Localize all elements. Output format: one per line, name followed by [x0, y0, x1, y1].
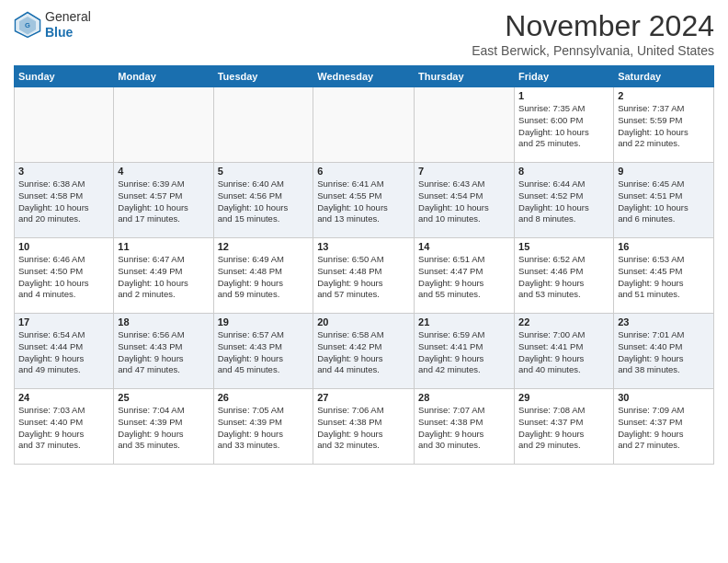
day-info: Sunrise: 7:08 AM Sunset: 4:37 PM Dayligh…: [518, 405, 609, 452]
calendar-cell: 6Sunrise: 6:41 AM Sunset: 4:55 PM Daylig…: [313, 163, 415, 238]
day-info: Sunrise: 7:03 AM Sunset: 4:40 PM Dayligh…: [18, 405, 109, 452]
calendar-cell: [213, 87, 313, 163]
calendar-cell: 22Sunrise: 7:00 AM Sunset: 4:41 PM Dayli…: [515, 314, 614, 389]
day-number: 19: [218, 316, 310, 327]
day-number: 18: [118, 316, 209, 327]
day-info: Sunrise: 7:00 AM Sunset: 4:41 PM Dayligh…: [518, 329, 609, 376]
day-number: 28: [418, 392, 510, 403]
day-info: Sunrise: 6:56 AM Sunset: 4:43 PM Dayligh…: [118, 329, 209, 376]
logo-icon: G: [14, 11, 41, 39]
day-number: 17: [18, 316, 109, 327]
day-info: Sunrise: 6:54 AM Sunset: 4:44 PM Dayligh…: [18, 329, 109, 376]
logo-text: General Blue: [45, 9, 91, 40]
location: East Berwick, Pennsylvania, United State…: [472, 43, 714, 58]
header: G General Blue November 2024 East Berwic…: [14, 9, 714, 58]
day-info: Sunrise: 7:37 AM Sunset: 5:59 PM Dayligh…: [618, 103, 710, 150]
day-info: Sunrise: 6:44 AM Sunset: 4:52 PM Dayligh…: [518, 178, 609, 225]
day-number: 21: [418, 316, 510, 327]
day-info: Sunrise: 7:05 AM Sunset: 4:39 PM Dayligh…: [218, 405, 310, 452]
day-number: 3: [18, 166, 109, 177]
day-header-sunday: Sunday: [15, 66, 114, 87]
calendar-cell: [114, 87, 213, 163]
day-number: 11: [118, 241, 209, 252]
day-number: 15: [518, 241, 609, 252]
calendar-cell: 7Sunrise: 6:43 AM Sunset: 4:54 PM Daylig…: [415, 163, 515, 238]
day-number: 24: [18, 392, 109, 403]
day-header-friday: Friday: [515, 66, 614, 87]
day-number: 26: [218, 392, 310, 403]
day-info: Sunrise: 6:59 AM Sunset: 4:41 PM Dayligh…: [418, 329, 510, 376]
calendar-cell: 12Sunrise: 6:49 AM Sunset: 4:48 PM Dayli…: [213, 238, 313, 314]
svg-text:G: G: [25, 21, 30, 29]
calendar-cell: 8Sunrise: 6:44 AM Sunset: 4:52 PM Daylig…: [515, 163, 614, 238]
page: G General Blue November 2024 East Berwic…: [0, 0, 728, 563]
logo-general: General: [45, 9, 91, 25]
calendar-cell: [313, 87, 415, 163]
calendar-cell: 16Sunrise: 6:53 AM Sunset: 4:45 PM Dayli…: [614, 238, 714, 314]
day-info: Sunrise: 7:04 AM Sunset: 4:39 PM Dayligh…: [118, 405, 209, 452]
day-header-saturday: Saturday: [614, 66, 714, 87]
day-info: Sunrise: 6:51 AM Sunset: 4:47 PM Dayligh…: [418, 254, 510, 301]
calendar-cell: 3Sunrise: 6:38 AM Sunset: 4:58 PM Daylig…: [15, 163, 114, 238]
calendar-week-1: 1Sunrise: 7:35 AM Sunset: 6:00 PM Daylig…: [15, 87, 714, 163]
days-header-row: SundayMondayTuesdayWednesdayThursdayFrid…: [15, 66, 714, 87]
day-info: Sunrise: 6:49 AM Sunset: 4:48 PM Dayligh…: [218, 254, 310, 301]
calendar-week-4: 17Sunrise: 6:54 AM Sunset: 4:44 PM Dayli…: [15, 314, 714, 389]
logo: G General Blue: [14, 9, 91, 40]
day-info: Sunrise: 6:47 AM Sunset: 4:49 PM Dayligh…: [118, 254, 209, 301]
calendar-cell: 11Sunrise: 6:47 AM Sunset: 4:49 PM Dayli…: [114, 238, 213, 314]
day-number: 16: [618, 241, 710, 252]
day-number: 9: [618, 166, 710, 177]
calendar-cell: 2Sunrise: 7:37 AM Sunset: 5:59 PM Daylig…: [614, 87, 714, 163]
day-info: Sunrise: 6:38 AM Sunset: 4:58 PM Dayligh…: [18, 178, 109, 225]
day-number: 6: [317, 166, 410, 177]
day-number: 4: [118, 166, 209, 177]
calendar-week-5: 24Sunrise: 7:03 AM Sunset: 4:40 PM Dayli…: [15, 389, 714, 465]
calendar-cell: 18Sunrise: 6:56 AM Sunset: 4:43 PM Dayli…: [114, 314, 213, 389]
logo-blue: Blue: [45, 25, 91, 40]
day-number: 27: [317, 392, 410, 403]
day-info: Sunrise: 6:52 AM Sunset: 4:46 PM Dayligh…: [518, 254, 609, 301]
day-info: Sunrise: 6:41 AM Sunset: 4:55 PM Dayligh…: [317, 178, 410, 225]
title-block: November 2024 East Berwick, Pennsylvania…: [472, 9, 714, 58]
calendar-cell: 25Sunrise: 7:04 AM Sunset: 4:39 PM Dayli…: [114, 389, 213, 465]
calendar-table: SundayMondayTuesdayWednesdayThursdayFrid…: [14, 65, 714, 465]
calendar-cell: 24Sunrise: 7:03 AM Sunset: 4:40 PM Dayli…: [15, 389, 114, 465]
calendar-cell: 14Sunrise: 6:51 AM Sunset: 4:47 PM Dayli…: [415, 238, 515, 314]
day-header-wednesday: Wednesday: [313, 66, 415, 87]
calendar-cell: 17Sunrise: 6:54 AM Sunset: 4:44 PM Dayli…: [15, 314, 114, 389]
day-info: Sunrise: 7:35 AM Sunset: 6:00 PM Dayligh…: [518, 103, 609, 150]
calendar-cell: 21Sunrise: 6:59 AM Sunset: 4:41 PM Dayli…: [415, 314, 515, 389]
day-number: 2: [618, 90, 710, 101]
day-info: Sunrise: 6:50 AM Sunset: 4:48 PM Dayligh…: [317, 254, 410, 301]
day-number: 29: [518, 392, 609, 403]
day-info: Sunrise: 7:01 AM Sunset: 4:40 PM Dayligh…: [618, 329, 710, 376]
day-number: 20: [317, 316, 410, 327]
calendar-cell: 20Sunrise: 6:58 AM Sunset: 4:42 PM Dayli…: [313, 314, 415, 389]
calendar-cell: 23Sunrise: 7:01 AM Sunset: 4:40 PM Dayli…: [614, 314, 714, 389]
day-info: Sunrise: 6:43 AM Sunset: 4:54 PM Dayligh…: [418, 178, 510, 225]
day-number: 5: [218, 166, 310, 177]
day-number: 23: [618, 316, 710, 327]
calendar-cell: 29Sunrise: 7:08 AM Sunset: 4:37 PM Dayli…: [515, 389, 614, 465]
day-header-tuesday: Tuesday: [213, 66, 313, 87]
day-number: 1: [518, 90, 609, 101]
day-number: 22: [518, 316, 609, 327]
day-number: 25: [118, 392, 209, 403]
calendar-cell: 1Sunrise: 7:35 AM Sunset: 6:00 PM Daylig…: [515, 87, 614, 163]
calendar-cell: [15, 87, 114, 163]
calendar-cell: 26Sunrise: 7:05 AM Sunset: 4:39 PM Dayli…: [213, 389, 313, 465]
day-info: Sunrise: 7:09 AM Sunset: 4:37 PM Dayligh…: [618, 405, 710, 452]
calendar-cell: 10Sunrise: 6:46 AM Sunset: 4:50 PM Dayli…: [15, 238, 114, 314]
day-info: Sunrise: 6:58 AM Sunset: 4:42 PM Dayligh…: [317, 329, 410, 376]
day-info: Sunrise: 7:07 AM Sunset: 4:38 PM Dayligh…: [418, 405, 510, 452]
day-number: 7: [418, 166, 510, 177]
day-info: Sunrise: 6:40 AM Sunset: 4:56 PM Dayligh…: [218, 178, 310, 225]
day-header-monday: Monday: [114, 66, 213, 87]
calendar-week-3: 10Sunrise: 6:46 AM Sunset: 4:50 PM Dayli…: [15, 238, 714, 314]
day-info: Sunrise: 6:39 AM Sunset: 4:57 PM Dayligh…: [118, 178, 209, 225]
day-number: 14: [418, 241, 510, 252]
day-info: Sunrise: 6:53 AM Sunset: 4:45 PM Dayligh…: [618, 254, 710, 301]
day-info: Sunrise: 6:57 AM Sunset: 4:43 PM Dayligh…: [218, 329, 310, 376]
day-info: Sunrise: 6:46 AM Sunset: 4:50 PM Dayligh…: [18, 254, 109, 301]
